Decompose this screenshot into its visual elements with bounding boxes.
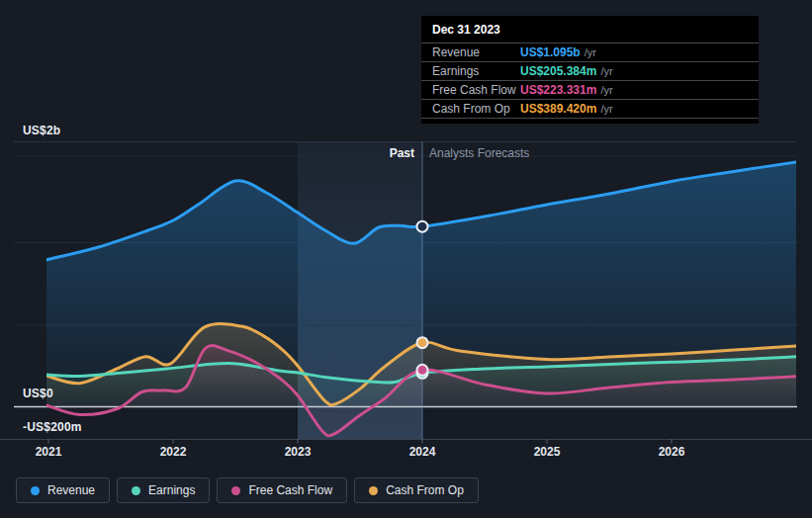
tooltip-row-value: US$389.420m — [520, 102, 596, 116]
legend-dot-icon — [132, 486, 140, 495]
chart-legend: RevenueEarningsFree Cash FlowCash From O… — [16, 477, 479, 503]
legend-item-free-cash-flow[interactable]: Free Cash Flow — [217, 477, 347, 503]
x-axis-label-2021: 2021 — [36, 445, 62, 459]
tooltip-row-unit: /yr — [600, 65, 612, 77]
tooltip-row-label: Free Cash Flow — [432, 83, 520, 97]
x-axis-label-2024: 2024 — [409, 445, 436, 459]
tooltip-row-revenue: RevenueUS$1.095b/yr — [421, 43, 759, 61]
legend-item-label: Free Cash Flow — [248, 483, 332, 497]
legend-item-cash-from-op[interactable]: Cash From Op — [354, 477, 479, 503]
marker-cash-from-op — [417, 337, 428, 348]
tooltip-row-unit: /yr — [585, 46, 596, 58]
tooltip-row-label: Earnings — [432, 64, 520, 78]
legend-dot-icon — [231, 486, 240, 495]
x-axis-label-2022: 2022 — [160, 445, 187, 459]
tooltip-row-value: US$205.384m — [520, 64, 596, 78]
tooltip-row-cash-from-op: Cash From OpUS$389.420m/yr — [421, 99, 759, 118]
legend-item-label: Revenue — [47, 483, 95, 497]
past-section-label: Past — [0, 146, 414, 160]
legend-dot-icon — [31, 486, 40, 495]
legend-dot-icon — [369, 486, 378, 495]
x-axis-label-2026: 2026 — [659, 445, 685, 459]
marker-free-cash-flow — [417, 365, 428, 376]
tooltip-row-label: Cash From Op — [432, 102, 520, 116]
forecast-chart-panel: US$2b US$0 -US$200m Past Analysts Foreca… — [0, 0, 812, 518]
y-axis-label-top: US$2b — [23, 124, 60, 137]
tooltip-row-earnings: EarningsUS$205.384m/yr — [421, 61, 759, 80]
legend-item-revenue[interactable]: Revenue — [16, 477, 110, 503]
tooltip-row-label: Revenue — [432, 45, 520, 59]
tooltip-row-value: US$223.331m — [520, 83, 596, 97]
x-axis-label-2023: 2023 — [285, 445, 312, 459]
legend-item-earnings[interactable]: Earnings — [117, 477, 210, 503]
tooltip-row-unit: /yr — [600, 84, 612, 96]
legend-item-label: Earnings — [148, 483, 195, 497]
y-axis-label-negative: -US$200m — [23, 420, 82, 434]
tooltip-rows: RevenueUS$1.095b/yrEarningsUS$205.384m/y… — [421, 43, 759, 119]
legend-item-label: Cash From Op — [386, 483, 464, 497]
y-axis-label-zero: US$0 — [23, 387, 53, 400]
tooltip-row-value: US$1.095b — [520, 45, 581, 59]
marker-revenue — [417, 221, 428, 232]
analysts-forecasts-label: Analysts Forecasts — [429, 146, 529, 160]
tooltip-row-unit: /yr — [600, 103, 612, 115]
tooltip-date: Dec 31 2023 — [421, 16, 759, 43]
x-axis-label-2025: 2025 — [534, 445, 561, 459]
tooltip-row-free-cash-flow: Free Cash FlowUS$223.331m/yr — [421, 80, 759, 99]
chart-tooltip: Dec 31 2023 RevenueUS$1.095b/yrEarningsU… — [421, 16, 759, 124]
